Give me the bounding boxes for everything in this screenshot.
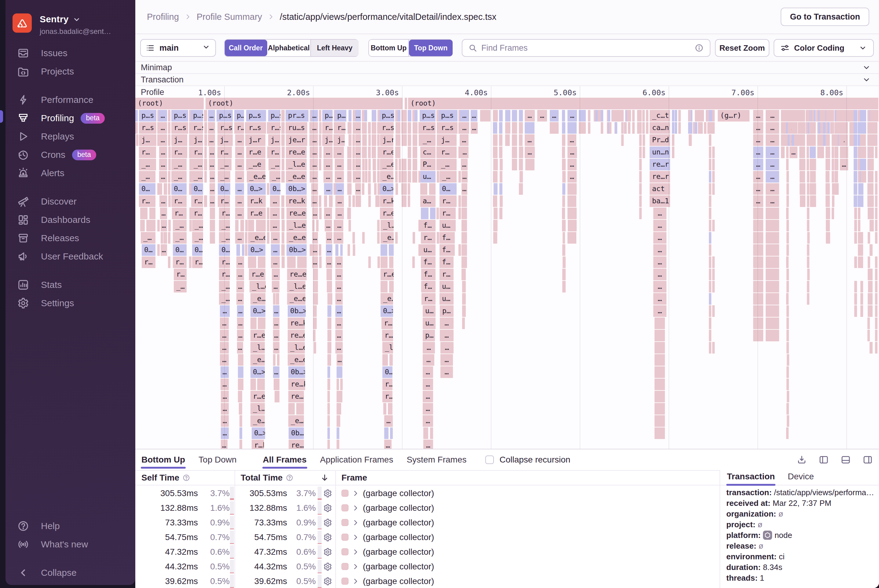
flame-frame[interactable] bbox=[832, 110, 834, 122]
flame-frame[interactable] bbox=[328, 391, 330, 402]
flame-frame[interactable] bbox=[146, 220, 155, 231]
flame-frame[interactable] bbox=[239, 440, 242, 449]
flame-frame[interactable]: f… bbox=[440, 256, 454, 268]
flame-frame[interactable] bbox=[870, 268, 873, 280]
flame-frame[interactable]: … bbox=[236, 268, 244, 280]
flame-frame[interactable] bbox=[639, 134, 642, 146]
flame-frame[interactable] bbox=[624, 122, 627, 134]
flame-frame[interactable] bbox=[248, 256, 256, 268]
flame-frame[interactable] bbox=[709, 268, 711, 280]
flame-frame[interactable] bbox=[204, 171, 207, 183]
flame-frame[interactable]: _e…e bbox=[251, 293, 265, 304]
flame-frame[interactable] bbox=[608, 110, 610, 122]
flame-frame[interactable] bbox=[786, 171, 789, 183]
flame-frame[interactable]: … bbox=[235, 183, 244, 195]
flame-frame[interactable] bbox=[807, 244, 809, 256]
flame-frame[interactable] bbox=[875, 171, 877, 183]
color-coding-dropdown[interactable]: Color Coding bbox=[774, 39, 874, 57]
direction-option-bottom-up[interactable]: Bottom Up bbox=[369, 40, 409, 56]
flame-frame[interactable] bbox=[786, 232, 789, 244]
flame-frame[interactable]: u… bbox=[420, 171, 436, 183]
flame-frame[interactable] bbox=[328, 440, 330, 449]
flame-frame[interactable]: u… bbox=[423, 305, 436, 317]
flame-frame[interactable] bbox=[326, 268, 332, 280]
frame-table-row[interactable]: 54.75ms0.7%54.75ms0.7%(garbage collector… bbox=[135, 530, 720, 544]
flame-frame[interactable] bbox=[235, 220, 239, 231]
flame-frame[interactable] bbox=[827, 122, 830, 134]
flame-frame[interactable]: r…e bbox=[251, 391, 265, 402]
sort-arrow-icon[interactable] bbox=[320, 471, 329, 485]
flame-frame[interactable]: r…e bbox=[380, 147, 394, 158]
flame-frame[interactable]: … bbox=[525, 147, 535, 158]
flame-frame[interactable]: … bbox=[423, 415, 433, 427]
flame-frame[interactable] bbox=[372, 122, 376, 134]
flame-frame[interactable] bbox=[832, 122, 834, 134]
flame-frame[interactable]: r…e bbox=[251, 330, 265, 341]
flame-frame[interactable] bbox=[380, 244, 387, 256]
flame-frame[interactable] bbox=[157, 244, 160, 256]
flame-frame[interactable]: … bbox=[209, 171, 215, 183]
flame-frame[interactable] bbox=[810, 134, 816, 146]
flame-frame[interactable]: … bbox=[653, 305, 666, 317]
flame-frame[interactable] bbox=[493, 159, 498, 170]
flame-frame[interactable] bbox=[328, 305, 331, 317]
flame-frame[interactable] bbox=[273, 379, 279, 390]
flame-frame[interactable] bbox=[258, 318, 265, 329]
flame-frame[interactable] bbox=[362, 171, 365, 183]
flame-frame[interactable] bbox=[799, 159, 805, 170]
flame-frame[interactable] bbox=[562, 134, 565, 146]
flame-frame[interactable]: 0b…> bbox=[288, 428, 304, 439]
flame-frame[interactable] bbox=[832, 171, 834, 183]
flame-frame[interactable] bbox=[562, 159, 566, 170]
flame-frame[interactable] bbox=[810, 183, 816, 195]
flame-frame[interactable]: _… bbox=[171, 171, 186, 183]
download-icon[interactable] bbox=[796, 454, 807, 465]
flame-frame[interactable]: … bbox=[270, 208, 280, 219]
flame-frame[interactable]: _… bbox=[139, 159, 156, 170]
flame-frame[interactable] bbox=[397, 147, 400, 158]
flame-frame[interactable] bbox=[807, 220, 809, 231]
flame-frame[interactable]: … bbox=[236, 256, 244, 268]
flame-frame[interactable] bbox=[267, 232, 269, 244]
flame-frame[interactable] bbox=[853, 195, 857, 207]
flame-frame[interactable]: … bbox=[335, 183, 344, 195]
flame-frame[interactable]: _l…e bbox=[251, 403, 265, 415]
flame-frame[interactable] bbox=[380, 256, 388, 268]
flame-frame[interactable] bbox=[832, 183, 834, 195]
flame-frame[interactable]: p… bbox=[423, 330, 435, 341]
flame-frame[interactable]: (root) bbox=[408, 98, 878, 109]
flame-frame[interactable] bbox=[408, 171, 411, 183]
flame-frame[interactable] bbox=[786, 268, 789, 280]
flame-frame[interactable]: … bbox=[355, 147, 361, 158]
flame-frame[interactable] bbox=[642, 122, 645, 134]
flame-frame[interactable] bbox=[377, 232, 380, 244]
flame-frame[interactable] bbox=[135, 122, 138, 134]
flame-frame[interactable]: … bbox=[460, 134, 469, 146]
chevron-right-icon[interactable] bbox=[352, 574, 359, 588]
flame-frame[interactable]: 0…> bbox=[382, 366, 392, 378]
flame-frame[interactable] bbox=[493, 195, 497, 207]
flame-frame[interactable] bbox=[499, 134, 502, 146]
flame-frame[interactable] bbox=[281, 195, 284, 207]
flame-frame[interactable]: … bbox=[209, 159, 215, 170]
flame-frame[interactable] bbox=[766, 268, 779, 280]
flame-frame[interactable] bbox=[854, 305, 857, 317]
flame-frame[interactable] bbox=[807, 268, 810, 280]
flame-frame[interactable] bbox=[395, 232, 398, 244]
flame-frame[interactable] bbox=[210, 220, 215, 231]
flame-frame[interactable] bbox=[753, 330, 763, 341]
flame-frame[interactable] bbox=[672, 147, 675, 158]
flame-frame[interactable]: … bbox=[440, 330, 454, 341]
flame-frame[interactable] bbox=[493, 232, 497, 244]
flame-frame[interactable] bbox=[799, 171, 805, 183]
flame-frame[interactable]: r… bbox=[173, 256, 186, 268]
flame-frame[interactable] bbox=[672, 134, 675, 146]
flame-frame[interactable]: r…k bbox=[380, 195, 394, 207]
flame-frame[interactable]: … bbox=[221, 403, 229, 415]
flame-frame[interactable] bbox=[204, 147, 207, 158]
flame-frame[interactable] bbox=[353, 244, 355, 256]
flame-frame[interactable]: … bbox=[237, 305, 244, 317]
flame-frame[interactable] bbox=[461, 256, 467, 268]
flame-frame[interactable] bbox=[251, 318, 257, 329]
flame-frame[interactable] bbox=[388, 403, 392, 415]
